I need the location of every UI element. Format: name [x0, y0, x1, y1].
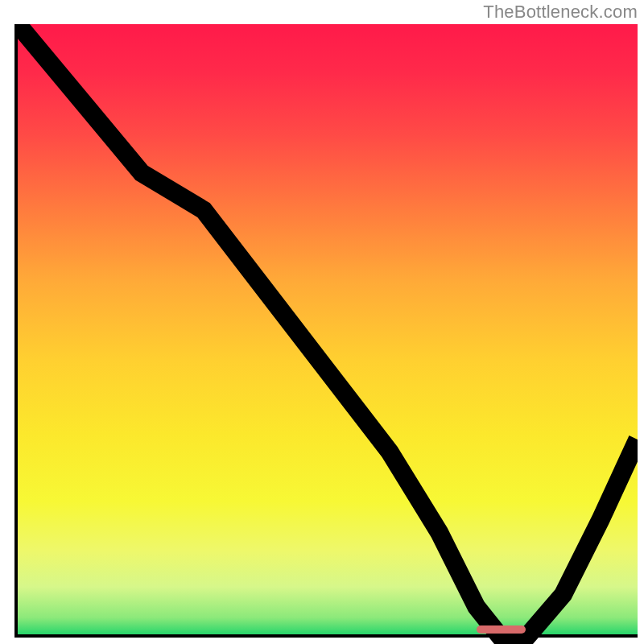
watermark-text: TheBottleneck.com: [483, 2, 638, 23]
plot-area: [18, 24, 638, 636]
y-axis: [14, 24, 18, 636]
x-axis: [14, 634, 638, 638]
optimal-marker: [477, 625, 526, 634]
curve-svg: [18, 24, 638, 644]
bottleneck-curve: [18, 24, 638, 638]
chart-container: TheBottleneck.com: [0, 0, 644, 644]
